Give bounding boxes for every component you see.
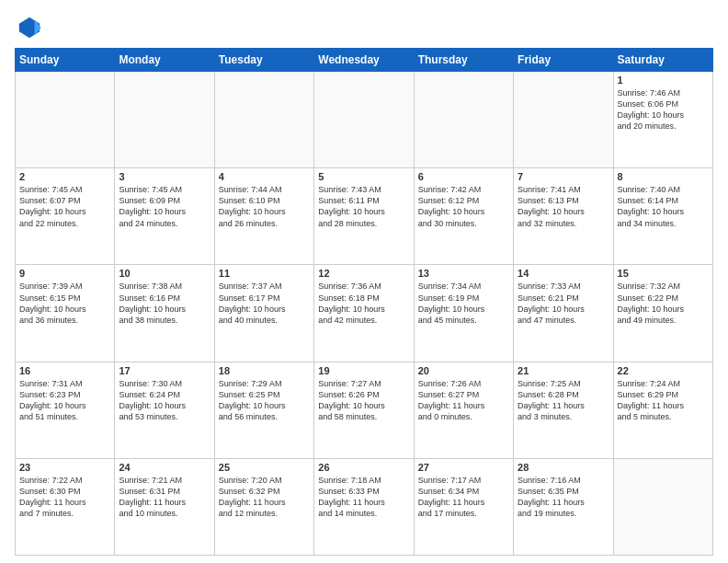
header-row: SundayMondayTuesdayWednesdayThursdayFrid… — [16, 49, 713, 72]
day-number: 15 — [618, 268, 709, 279]
day-cell: 24Sunrise: 7:21 AM Sunset: 6:31 PM Dayli… — [115, 458, 214, 555]
day-cell: 8Sunrise: 7:40 AM Sunset: 6:14 PM Daylig… — [613, 168, 712, 265]
calendar-table: SundayMondayTuesdayWednesdayThursdayFrid… — [15, 48, 713, 556]
day-cell: 6Sunrise: 7:42 AM Sunset: 6:12 PM Daylig… — [414, 168, 513, 265]
day-cell: 10Sunrise: 7:38 AM Sunset: 6:16 PM Dayli… — [115, 265, 214, 362]
day-info: Sunrise: 7:22 AM Sunset: 6:30 PM Dayligh… — [19, 475, 110, 520]
day-info: Sunrise: 7:45 AM Sunset: 6:07 PM Dayligh… — [19, 184, 110, 229]
day-info: Sunrise: 7:39 AM Sunset: 6:15 PM Dayligh… — [19, 281, 110, 326]
day-info: Sunrise: 7:24 AM Sunset: 6:29 PM Dayligh… — [618, 378, 709, 423]
day-info: Sunrise: 7:17 AM Sunset: 6:34 PM Dayligh… — [418, 475, 509, 520]
day-number: 14 — [518, 268, 609, 279]
day-cell: 11Sunrise: 7:37 AM Sunset: 6:17 PM Dayli… — [214, 265, 313, 362]
day-number: 28 — [518, 462, 609, 473]
col-header-sunday: Sunday — [16, 49, 115, 72]
day-cell — [613, 458, 712, 555]
day-cell: 27Sunrise: 7:17 AM Sunset: 6:34 PM Dayli… — [414, 458, 513, 555]
week-row-2: 2Sunrise: 7:45 AM Sunset: 6:07 PM Daylig… — [16, 168, 713, 265]
day-info: Sunrise: 7:26 AM Sunset: 6:27 PM Dayligh… — [418, 378, 509, 423]
day-number: 2 — [19, 171, 110, 182]
day-cell: 15Sunrise: 7:32 AM Sunset: 6:22 PM Dayli… — [613, 265, 712, 362]
day-info: Sunrise: 7:37 AM Sunset: 6:17 PM Dayligh… — [219, 281, 310, 326]
day-cell: 26Sunrise: 7:18 AM Sunset: 6:33 PM Dayli… — [314, 458, 414, 555]
col-header-tuesday: Tuesday — [214, 49, 313, 72]
day-number: 9 — [19, 268, 110, 279]
day-cell — [115, 72, 214, 168]
day-cell: 14Sunrise: 7:33 AM Sunset: 6:21 PM Dayli… — [514, 265, 613, 362]
day-number: 4 — [219, 171, 310, 182]
day-info: Sunrise: 7:18 AM Sunset: 6:33 PM Dayligh… — [318, 475, 409, 520]
day-cell: 3Sunrise: 7:45 AM Sunset: 6:09 PM Daylig… — [115, 168, 214, 265]
day-info: Sunrise: 7:45 AM Sunset: 6:09 PM Dayligh… — [119, 184, 210, 229]
day-cell: 25Sunrise: 7:20 AM Sunset: 6:32 PM Dayli… — [214, 458, 313, 555]
day-cell: 20Sunrise: 7:26 AM Sunset: 6:27 PM Dayli… — [414, 362, 513, 458]
day-number: 6 — [418, 171, 509, 182]
svg-marker-1 — [35, 20, 41, 36]
day-cell: 4Sunrise: 7:44 AM Sunset: 6:10 PM Daylig… — [214, 168, 313, 265]
day-cell: 22Sunrise: 7:24 AM Sunset: 6:29 PM Dayli… — [613, 362, 712, 458]
day-cell: 17Sunrise: 7:30 AM Sunset: 6:24 PM Dayli… — [115, 362, 214, 458]
col-header-thursday: Thursday — [414, 49, 513, 72]
day-info: Sunrise: 7:31 AM Sunset: 6:23 PM Dayligh… — [19, 378, 110, 423]
day-number: 7 — [518, 171, 609, 182]
day-number: 19 — [318, 365, 409, 376]
day-cell: 9Sunrise: 7:39 AM Sunset: 6:15 PM Daylig… — [16, 265, 115, 362]
day-cell: 23Sunrise: 7:22 AM Sunset: 6:30 PM Dayli… — [16, 458, 115, 555]
day-cell — [214, 72, 313, 168]
week-row-3: 9Sunrise: 7:39 AM Sunset: 6:15 PM Daylig… — [16, 265, 713, 362]
day-number: 18 — [219, 365, 310, 376]
day-info: Sunrise: 7:21 AM Sunset: 6:31 PM Dayligh… — [119, 475, 210, 520]
day-info: Sunrise: 7:16 AM Sunset: 6:35 PM Dayligh… — [518, 475, 609, 520]
day-number: 16 — [19, 365, 110, 376]
day-cell — [414, 72, 513, 168]
day-number: 24 — [119, 462, 210, 473]
day-cell: 7Sunrise: 7:41 AM Sunset: 6:13 PM Daylig… — [514, 168, 613, 265]
day-cell: 5Sunrise: 7:43 AM Sunset: 6:11 PM Daylig… — [314, 168, 414, 265]
day-number: 21 — [518, 365, 609, 376]
day-cell — [16, 72, 115, 168]
logo-icon — [17, 15, 42, 40]
day-number: 10 — [119, 268, 210, 279]
day-cell: 16Sunrise: 7:31 AM Sunset: 6:23 PM Dayli… — [16, 362, 115, 458]
day-number: 25 — [219, 462, 310, 473]
day-info: Sunrise: 7:20 AM Sunset: 6:32 PM Dayligh… — [219, 475, 310, 520]
day-number: 1 — [618, 75, 709, 86]
day-number: 8 — [618, 171, 709, 182]
col-header-friday: Friday — [514, 49, 613, 72]
day-info: Sunrise: 7:44 AM Sunset: 6:10 PM Dayligh… — [219, 184, 310, 229]
day-cell: 13Sunrise: 7:34 AM Sunset: 6:19 PM Dayli… — [414, 265, 513, 362]
day-number: 12 — [318, 268, 409, 279]
day-number: 26 — [318, 462, 409, 473]
day-info: Sunrise: 7:46 AM Sunset: 6:06 PM Dayligh… — [618, 87, 709, 132]
day-cell — [514, 72, 613, 168]
day-cell: 19Sunrise: 7:27 AM Sunset: 6:26 PM Dayli… — [314, 362, 414, 458]
week-row-1: 1Sunrise: 7:46 AM Sunset: 6:06 PM Daylig… — [16, 72, 713, 168]
day-info: Sunrise: 7:38 AM Sunset: 6:16 PM Dayligh… — [119, 281, 210, 326]
day-info: Sunrise: 7:32 AM Sunset: 6:22 PM Dayligh… — [618, 281, 709, 326]
day-info: Sunrise: 7:43 AM Sunset: 6:11 PM Dayligh… — [318, 184, 409, 229]
day-cell: 21Sunrise: 7:25 AM Sunset: 6:28 PM Dayli… — [514, 362, 613, 458]
week-row-4: 16Sunrise: 7:31 AM Sunset: 6:23 PM Dayli… — [16, 362, 713, 458]
day-cell: 28Sunrise: 7:16 AM Sunset: 6:35 PM Dayli… — [514, 458, 613, 555]
day-number: 13 — [418, 268, 509, 279]
col-header-wednesday: Wednesday — [314, 49, 414, 72]
day-cell — [314, 72, 414, 168]
col-header-monday: Monday — [115, 49, 214, 72]
day-number: 27 — [418, 462, 509, 473]
day-info: Sunrise: 7:33 AM Sunset: 6:21 PM Dayligh… — [518, 281, 609, 326]
day-number: 20 — [418, 365, 509, 376]
day-info: Sunrise: 7:36 AM Sunset: 6:18 PM Dayligh… — [318, 281, 409, 326]
day-number: 11 — [219, 268, 310, 279]
col-header-saturday: Saturday — [613, 49, 712, 72]
day-info: Sunrise: 7:30 AM Sunset: 6:24 PM Dayligh… — [119, 378, 210, 423]
day-cell: 2Sunrise: 7:45 AM Sunset: 6:07 PM Daylig… — [16, 168, 115, 265]
logo — [15, 15, 42, 40]
day-cell: 18Sunrise: 7:29 AM Sunset: 6:25 PM Dayli… — [214, 362, 313, 458]
day-cell: 1Sunrise: 7:46 AM Sunset: 6:06 PM Daylig… — [613, 72, 712, 168]
day-cell: 12Sunrise: 7:36 AM Sunset: 6:18 PM Dayli… — [314, 265, 414, 362]
day-info: Sunrise: 7:29 AM Sunset: 6:25 PM Dayligh… — [219, 378, 310, 423]
day-number: 5 — [318, 171, 409, 182]
day-info: Sunrise: 7:42 AM Sunset: 6:12 PM Dayligh… — [418, 184, 509, 229]
header — [15, 15, 713, 40]
day-info: Sunrise: 7:40 AM Sunset: 6:14 PM Dayligh… — [618, 184, 709, 229]
